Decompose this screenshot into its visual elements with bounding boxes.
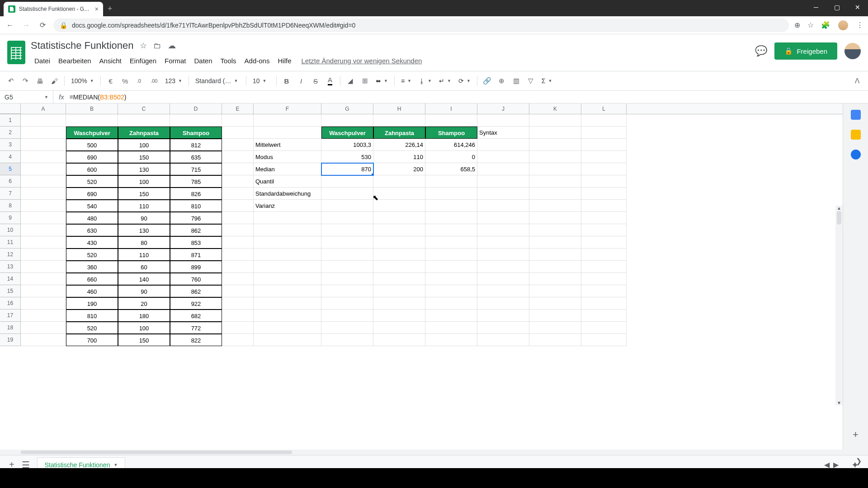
cell-G11[interactable] (321, 236, 373, 249)
cell-F2[interactable] (254, 127, 321, 139)
cell-E10[interactable] (222, 224, 254, 236)
cell-D17[interactable]: 682 (170, 310, 222, 322)
url-input[interactable]: 🔒 docs.google.com/spreadsheets/d/1fke71Y… (53, 19, 789, 32)
cell-I6[interactable] (425, 175, 477, 188)
menu-tools[interactable]: Tools (217, 55, 240, 66)
vertical-align-button[interactable]: ⭳▼ (416, 77, 434, 84)
cell-E9[interactable] (222, 212, 254, 224)
cell-G5[interactable]: 870 (321, 163, 373, 175)
cell-G18[interactable] (321, 322, 373, 334)
cell-K16[interactable] (529, 297, 581, 310)
bold-button[interactable]: B (280, 75, 293, 87)
cell-E3[interactable] (222, 139, 254, 151)
cell-J1[interactable] (477, 114, 529, 127)
strikethrough-button[interactable]: S (309, 75, 322, 87)
cell-G14[interactable] (321, 273, 373, 285)
cell-A8[interactable] (21, 200, 66, 212)
cell-I1[interactable] (425, 114, 477, 127)
col-header-F[interactable]: F (254, 103, 321, 114)
menu-addons[interactable]: Add-ons (241, 55, 274, 66)
cell-G4[interactable]: 530 (321, 151, 373, 163)
cell-C8[interactable]: 110 (118, 200, 170, 212)
cell-J7[interactable] (477, 188, 529, 200)
cell-C15[interactable]: 90 (118, 285, 170, 297)
cell-K15[interactable] (529, 285, 581, 297)
cell-J3[interactable] (477, 139, 529, 151)
cell-D7[interactable]: 826 (170, 188, 222, 200)
cell-I18[interactable] (425, 322, 477, 334)
row-header-19[interactable]: 19 (0, 334, 21, 346)
cell-B18[interactable]: 520 (66, 322, 118, 334)
cell-C11[interactable]: 80 (118, 236, 170, 249)
font-size-select[interactable]: 10▼ (250, 77, 273, 84)
cell-A2[interactable] (21, 127, 66, 139)
cell-E1[interactable] (222, 114, 254, 127)
cell-I2[interactable]: Shampoo (425, 127, 477, 139)
cell-G17[interactable] (321, 310, 373, 322)
cell-B5[interactable]: 600 (66, 163, 118, 175)
cell-A3[interactable] (21, 139, 66, 151)
cell-I12[interactable] (425, 249, 477, 261)
move-document-icon[interactable]: 🗀 (153, 41, 161, 51)
cell-J6[interactable] (477, 175, 529, 188)
cell-K10[interactable] (529, 224, 581, 236)
cell-E14[interactable] (222, 273, 254, 285)
row-header-14[interactable]: 14 (0, 273, 21, 285)
cell-F7[interactable]: Standardabweichung (254, 188, 321, 200)
cell-C1[interactable] (118, 114, 170, 127)
menu-daten[interactable]: Daten (191, 55, 216, 66)
cell-G1[interactable] (321, 114, 373, 127)
row-header-12[interactable]: 12 (0, 249, 21, 261)
cell-L18[interactable] (581, 322, 627, 334)
cell-E11[interactable] (222, 236, 254, 249)
cell-I13[interactable] (425, 261, 477, 273)
account-avatar[interactable] (844, 43, 861, 59)
cell-C18[interactable]: 100 (118, 322, 170, 334)
add-addon-icon[interactable]: + (853, 429, 859, 441)
cell-K1[interactable] (529, 114, 581, 127)
percent-button[interactable]: % (119, 75, 132, 87)
cell-H4[interactable]: 110 (373, 151, 425, 163)
chevron-down-icon[interactable]: ▼ (113, 463, 118, 467)
cell-F11[interactable] (254, 236, 321, 249)
last-edit-link[interactable]: Letzte Änderung vor wenigen Sekunden (301, 55, 422, 66)
cell-C2[interactable]: Zahnpasta (118, 127, 170, 139)
reload-button[interactable]: ⟳ (37, 21, 48, 29)
cell-C9[interactable]: 90 (118, 212, 170, 224)
cell-D13[interactable]: 899 (170, 261, 222, 273)
cell-L15[interactable] (581, 285, 627, 297)
cell-K18[interactable] (529, 322, 581, 334)
cell-B2[interactable]: Waschpulver (66, 127, 118, 139)
cell-L6[interactable] (581, 175, 627, 188)
cell-K5[interactable] (529, 163, 581, 175)
cell-L12[interactable] (581, 249, 627, 261)
cell-L8[interactable] (581, 200, 627, 212)
cell-H13[interactable] (373, 261, 425, 273)
menu-format[interactable]: Format (161, 55, 190, 66)
cell-J18[interactable] (477, 322, 529, 334)
cell-D19[interactable]: 822 (170, 334, 222, 346)
cell-G9[interactable] (321, 212, 373, 224)
show-side-panel-button[interactable]: ❯ (856, 457, 862, 465)
minimize-button[interactable]: ─ (806, 0, 826, 14)
row-header-1[interactable]: 1 (0, 114, 21, 127)
cell-L9[interactable] (581, 212, 627, 224)
cell-I19[interactable] (425, 334, 477, 346)
cell-A1[interactable] (21, 114, 66, 127)
windows-taskbar[interactable] (0, 468, 868, 488)
cell-B14[interactable]: 660 (66, 273, 118, 285)
spreadsheet-grid[interactable]: ABCDEFGHIJKL12WaschpulverZahnpastaShampo… (0, 103, 843, 450)
cell-H1[interactable] (373, 114, 425, 127)
insert-comment-button[interactable]: ⊕ (495, 75, 508, 87)
cell-A11[interactable] (21, 236, 66, 249)
row-header-16[interactable]: 16 (0, 297, 21, 310)
cell-J19[interactable] (477, 334, 529, 346)
paint-format-button[interactable]: 🖌 (48, 75, 61, 87)
cell-E8[interactable] (222, 200, 254, 212)
cell-G16[interactable] (321, 297, 373, 310)
row-header-3[interactable]: 3 (0, 139, 21, 151)
cell-E12[interactable] (222, 249, 254, 261)
cell-G13[interactable] (321, 261, 373, 273)
cell-F16[interactable] (254, 297, 321, 310)
cell-K3[interactable] (529, 139, 581, 151)
